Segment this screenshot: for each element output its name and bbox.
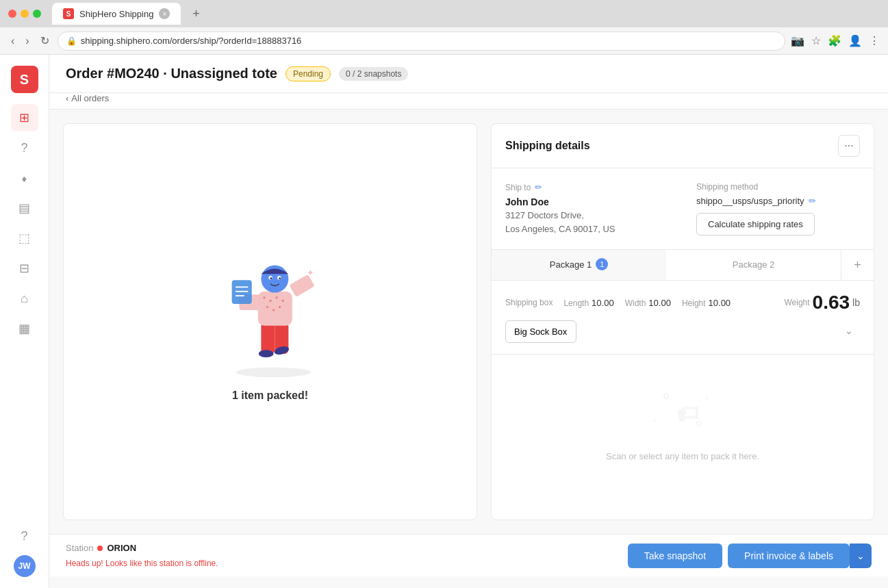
length-label: Length [563,298,589,308]
shipping-box-label: Shipping box [505,298,553,307]
lock-icon: 🔒 [66,36,77,46]
illustration: ✦ [209,242,332,379]
scan-text: Scan or select any item to pack it here. [606,451,759,461]
svg-text:🏷: 🏷 [677,401,699,426]
svg-point-6 [263,296,266,299]
tab-package-1[interactable]: Package 1 1 [492,250,666,280]
menu-icon[interactable]: ⋮ [869,34,880,47]
panel-title: Shipping details [505,140,590,152]
shipping-method-section: Shipping method shippo__usps/usps_priori… [696,182,860,235]
page-header: Order #MO240 · Unassigned tote Pending 0… [49,55,888,93]
shipping-method-label: Shipping method [696,182,860,192]
tab-favicon: S [63,8,74,19]
panel-header: Shipping details ··· [492,124,874,168]
sidebar-item-inventory[interactable]: ⊟ [11,255,38,282]
tab-close-icon[interactable]: × [159,8,170,19]
svg-text:+: + [652,416,657,426]
sidebar-item-dashboard[interactable]: ⊞ [11,104,38,131]
sidebar-item-support[interactable]: ? [11,522,38,550]
back-nav-button[interactable]: ‹ [8,32,17,50]
print-dropdown-button[interactable]: ⌄ [850,544,872,568]
browser-titlebar: S ShipHero Shipping × + [0,0,888,27]
help-icon: ? [21,141,27,155]
sidebar-item-help[interactable]: ? [11,134,38,162]
extensions-icon[interactable]: 🧩 [828,34,841,47]
box-dimensions-row: Shipping box Length 10.00 Width 10.00 [505,292,860,314]
package-tabs: Package 1 1 Package 2 + [492,250,874,281]
status-badge-snapshots: 0 / 2 snapshots [339,67,408,81]
orders-icon: ▤ [18,201,30,216]
weight-section: Weight 0.63 lb [784,292,860,314]
offline-message: Heads up! Looks like this station is off… [66,559,218,568]
add-package-button[interactable]: + [841,250,874,280]
toolbar-icons: 📷 ☆ 🧩 👤 ⋮ [791,34,880,47]
sidebar-item-orders[interactable]: ▤ [11,194,38,222]
app-logo[interactable]: S [11,66,38,93]
svg-rect-5 [257,292,292,326]
station-row: Station ORION [66,543,136,553]
svg-point-7 [269,300,272,303]
shipping-icon: ⬚ [18,231,30,246]
reports-icon: ▦ [18,321,30,336]
warehouse-icon: ⌂ [21,292,28,306]
box-dimensions: Length 10.00 Width 10.00 Height 10.00 [563,298,731,308]
traffic-lights [8,10,41,18]
tab-package-2[interactable]: Package 2 [666,250,841,280]
station-status-dot [97,546,103,551]
svg-point-11 [272,309,275,311]
inventory-icon: ⊟ [19,261,29,276]
package-1-count: 1 [596,258,608,270]
more-options-button[interactable]: ··· [838,135,860,157]
shipping-method-value: shippo__usps/usps_priority ✏ [696,196,860,206]
tag-icon: ⬧ [21,171,28,186]
tab-package-2-label: Package 2 [733,259,774,270]
sidebar-item-reports[interactable]: ▦ [11,315,38,342]
svg-text:+: + [705,394,709,404]
svg-rect-1 [261,322,275,353]
right-panel: Shipping details ··· Ship to ✏ John Doe [491,123,874,520]
refresh-nav-button[interactable]: ↻ [38,31,52,50]
shipping-info: Ship to ✏ John Doe 3127 Doctors Drive, L… [492,168,874,250]
forward-nav-button[interactable]: › [23,32,31,50]
box-select-wrapper[interactable]: Big Sock Box [505,320,860,343]
maximize-button[interactable] [33,10,41,18]
browser-tab[interactable]: S ShipHero Shipping × [52,3,181,25]
packed-text: 1 item packed! [232,389,308,402]
calculate-shipping-button[interactable]: Calculate shipping rates [696,213,815,235]
height-value: 10.00 [709,298,731,308]
edit-ship-to-icon[interactable]: ✏ [535,182,542,192]
width-value: 10.00 [648,298,671,308]
ship-to-label: Ship to ✏ [505,182,669,192]
main-content: Order #MO240 · Unassigned tote Pending 0… [49,55,888,588]
box-select[interactable]: Big Sock Box [505,320,576,343]
scan-placeholder-icon: 🏷 + + [648,385,717,440]
station-info: Station ORION Heads up! Looks like this … [66,543,620,568]
camera-icon[interactable]: 📷 [791,34,804,47]
sidebar-item-tags[interactable]: ⬧ [11,164,38,192]
bookmark-icon[interactable]: ☆ [811,34,821,47]
new-tab-button[interactable]: + [186,4,205,23]
minimize-button[interactable] [21,10,29,18]
weight-unit: lb [852,297,860,308]
address-line2: Los Angeles, CA 90017, US [505,222,669,236]
weight-value: 0.63 [813,292,850,314]
svg-point-0 [236,368,311,378]
support-icon: ? [21,529,27,544]
shipping-box-section: Shipping box Length 10.00 Width 10.00 [492,281,874,355]
station-name: ORION [107,543,136,553]
sidebar-item-shipping[interactable]: ⬚ [11,225,38,252]
take-snapshot-button[interactable]: Take snapshot [628,544,722,568]
box-select-row: Big Sock Box [505,320,860,343]
app-footer: Station ORION Heads up! Looks like this … [49,534,888,576]
sidebar-item-warehouse[interactable]: ⌂ [11,285,38,312]
svg-point-9 [281,300,284,303]
svg-point-10 [266,306,268,309]
back-link[interactable]: ‹ All orders [49,93,888,109]
address-bar[interactable]: 🔒 shipping.shiphero.com/orders/ship/?ord… [58,31,785,51]
print-invoice-button[interactable]: Print invoice & labels [728,544,850,568]
ship-to-section: Ship to ✏ John Doe 3127 Doctors Drive, L… [505,182,669,235]
profile-icon[interactable]: 👤 [848,34,862,47]
edit-method-icon[interactable]: ✏ [809,196,816,206]
avatar[interactable]: JW [14,555,36,577]
close-button[interactable] [8,10,16,18]
